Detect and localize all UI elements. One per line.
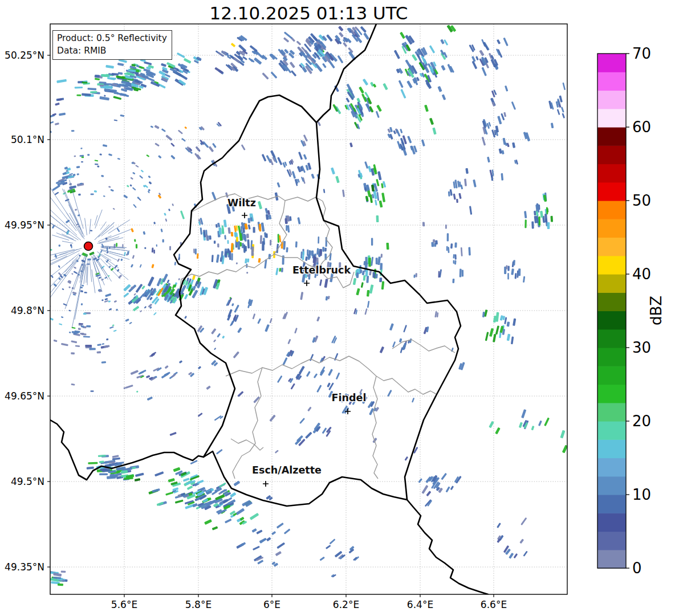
echo-cell (531, 221, 534, 229)
echo-cell (193, 248, 195, 253)
colorbar-segment (597, 476, 626, 495)
plot-title: 12.10.2025 01:13 UTC (50, 3, 567, 23)
echo-cell (242, 228, 245, 233)
colorbar-segment (597, 274, 626, 293)
echo-cell (71, 130, 75, 132)
echo-cell (262, 241, 265, 251)
echo-cell (101, 244, 103, 246)
echo-cell (251, 246, 254, 256)
echo-cell (513, 260, 515, 266)
echo-cell (259, 224, 262, 232)
colorbar-tick-label: 40 (632, 266, 651, 283)
echo-cell (122, 244, 123, 247)
echo-cell (507, 273, 509, 279)
colorbar-segment (597, 201, 626, 219)
city-label: Findel (332, 392, 367, 403)
colorbar-segment (597, 458, 626, 477)
echo-cell (433, 239, 435, 243)
colorbar-segment (597, 403, 626, 422)
echo-cell (97, 351, 101, 353)
echo-cell (452, 279, 454, 283)
echo-cell (240, 242, 242, 247)
echo-cell (379, 278, 382, 282)
echo-cell (454, 254, 456, 260)
echo-cell (286, 247, 288, 252)
colorbar-tick-label: 30 (632, 339, 651, 356)
echo-cell (218, 227, 222, 235)
radar-map-canvas: WiltzEttelbruckFindelEsch/Alzette5.6°E5.… (0, 0, 675, 616)
echo-cell (227, 240, 229, 244)
echo-cell (238, 241, 240, 250)
colorbar-tick-label: 60 (632, 119, 651, 136)
echo-cell (70, 244, 72, 246)
echo-cell (247, 218, 250, 223)
echo-cell (231, 253, 233, 260)
echo-cell (456, 199, 458, 203)
echo-cell (209, 235, 211, 240)
echo-cell (44, 128, 51, 132)
y-tick-label: 50.25°N (5, 50, 44, 61)
x-tick-label: 6.2°E (333, 599, 359, 610)
colorbar-segment (597, 91, 626, 109)
colorbar-segment (597, 366, 626, 385)
echo-cell (116, 243, 117, 247)
echo-cell (86, 325, 91, 328)
y-tick-label: 49.95°N (5, 219, 44, 231)
colorbar-segment (597, 182, 626, 201)
echo-cell (90, 91, 97, 93)
echo-cell (85, 345, 92, 347)
echo-cell (381, 254, 383, 258)
colorbar-tick-label: 0 (632, 560, 642, 577)
echo-cell (221, 228, 224, 234)
colorbar-tick-label: 70 (632, 45, 651, 62)
colorbar-tick-label: 50 (632, 192, 651, 209)
echo-cell (197, 254, 199, 259)
echo-cell (91, 193, 94, 195)
echo-cell (279, 268, 281, 272)
echo-cell (438, 271, 440, 278)
echo-cell (90, 390, 93, 392)
echo-cell (156, 244, 157, 247)
echo-cell (550, 216, 553, 222)
colorbar-segment (597, 513, 626, 532)
y-tick-label: 49.65°N (5, 390, 44, 402)
echo-cell (87, 263, 90, 264)
colorbar: 010203040506070dBZ (597, 45, 665, 577)
echo-cell (363, 261, 366, 266)
echo-cell (356, 272, 359, 278)
colorbar-segment (597, 145, 626, 164)
echo-cell (61, 570, 66, 572)
echo-cell (281, 268, 283, 272)
echo-cell (214, 240, 215, 243)
echo-cell (295, 242, 298, 248)
y-tick-label: 50.1°N (11, 134, 44, 145)
echo-cell (80, 333, 84, 334)
echo-cell (253, 227, 255, 232)
echo-cell (71, 352, 75, 354)
echo-cell (75, 87, 83, 89)
echo-cell (88, 462, 97, 464)
echo-cell (58, 584, 63, 586)
colorbar-segment (597, 311, 626, 330)
city-label: Wiltz (227, 197, 256, 209)
echo-cell (448, 247, 449, 253)
echo-cell (454, 242, 457, 247)
echo-cell (311, 250, 314, 256)
echo-cell (278, 234, 279, 242)
colorbar-tick-label: 10 (632, 486, 651, 503)
echo-cell (322, 247, 324, 252)
echo-cell (360, 270, 362, 274)
echo-cell (101, 74, 109, 77)
echo-cell (225, 251, 227, 258)
echo-cell (260, 235, 262, 244)
echo-cell (447, 233, 449, 241)
city-label: Esch/Alzette (252, 464, 322, 476)
echo-cell (435, 240, 438, 245)
colorbar-segment (597, 385, 626, 403)
colorbar-unit-label: dBZ (648, 296, 665, 325)
echo-cell (99, 474, 108, 476)
y-tick-label: 49.8°N (11, 305, 44, 316)
echo-cell (217, 243, 219, 247)
echo-cell (195, 248, 197, 254)
echo-cell (95, 164, 99, 165)
